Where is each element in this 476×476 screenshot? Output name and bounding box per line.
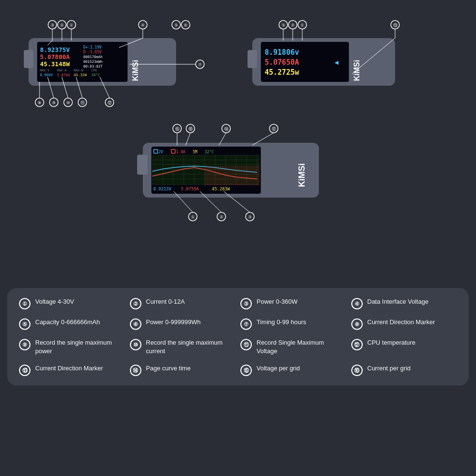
legend-num-6: ⑥ xyxy=(130,318,141,330)
svg-text:MAX-V: MAX-V xyxy=(40,69,50,72)
svg-point-96 xyxy=(279,20,288,29)
svg-text:②: ② xyxy=(291,23,295,28)
legend-text-1: Voltage 4-30V xyxy=(35,298,74,306)
svg-point-84 xyxy=(50,98,58,107)
legend-text-12: CPU temperature xyxy=(367,338,416,347)
svg-rect-33 xyxy=(171,149,175,153)
svg-line-86 xyxy=(48,77,54,98)
svg-text:②: ② xyxy=(60,23,64,28)
svg-line-126 xyxy=(200,191,221,212)
svg-text:⑮: ⑮ xyxy=(175,127,179,131)
svg-rect-37 xyxy=(152,155,259,185)
svg-rect-21 xyxy=(248,50,257,68)
svg-text:⑬: ⑬ xyxy=(393,23,397,28)
svg-text:D+:1.19V: D+:1.19V xyxy=(83,45,102,50)
svg-point-100 xyxy=(298,20,307,29)
svg-text:⑫: ⑫ xyxy=(108,100,112,105)
svg-point-78 xyxy=(196,60,204,69)
legend-item-10: ⑩ Record the single maximum current xyxy=(130,338,236,356)
svg-text:①: ① xyxy=(69,23,73,28)
legend-text-11: Record Single Maximum Voltage xyxy=(257,338,347,356)
legend-num-8: ⑧ xyxy=(351,318,363,330)
svg-text:④: ④ xyxy=(141,23,145,28)
svg-line-67 xyxy=(48,40,52,45)
svg-point-87 xyxy=(64,98,72,107)
legend-item-9: ⑨ Record the single maximum power xyxy=(19,338,125,356)
svg-text:⑭: ⑭ xyxy=(224,127,228,131)
svg-point-127 xyxy=(246,212,254,221)
legend-text-16: Current per grid xyxy=(367,364,411,373)
legend-item-15: ⑮ Voltage per grid xyxy=(240,364,347,376)
svg-text:CPU: CPU xyxy=(91,69,97,72)
svg-text:KiMSi: KiMSi xyxy=(297,163,307,187)
legend-text-14: Page curve time xyxy=(146,364,191,373)
svg-text:2V: 2V xyxy=(159,150,163,154)
svg-line-129 xyxy=(224,191,250,212)
svg-text:8.91806v: 8.91806v xyxy=(265,48,299,57)
svg-text:5M: 5M xyxy=(193,150,198,154)
legend-item-3: ③ Power 0-360W xyxy=(240,298,347,309)
svg-point-60 xyxy=(48,20,57,29)
svg-text:KiMSi: KiMSi xyxy=(131,60,139,81)
svg-text:8.92375V: 8.92375V xyxy=(40,46,70,53)
svg-point-105 xyxy=(391,20,399,29)
svg-rect-0 xyxy=(29,38,176,86)
legend-num-16: ⑯ xyxy=(351,365,363,376)
svg-text:⑪: ⑪ xyxy=(80,100,85,105)
legend-num-9: ⑨ xyxy=(19,339,30,350)
svg-text:⑤: ⑤ xyxy=(174,23,178,28)
svg-text:001523mWh: 001523mWh xyxy=(83,60,103,64)
svg-text:⑨: ⑨ xyxy=(52,100,56,105)
svg-text:45.283W: 45.283W xyxy=(212,187,230,191)
svg-point-90 xyxy=(78,98,87,107)
legend-text-5: Capacity 0-666666mAh xyxy=(35,318,100,327)
legend-item-2: ② Current 0-12A xyxy=(130,298,236,309)
svg-point-121 xyxy=(188,212,197,221)
devices-container: 8.92375V D+:1.19V D-:1.65V 000170mAh 001… xyxy=(0,0,476,281)
svg-text:00:03:02T: 00:03:02T xyxy=(83,64,103,69)
svg-line-89 xyxy=(62,77,68,98)
svg-rect-20 xyxy=(252,38,395,86)
svg-text:34°C: 34°C xyxy=(91,73,100,77)
svg-text:⑯: ⑯ xyxy=(188,127,193,131)
svg-point-62 xyxy=(58,20,66,29)
legend-item-4: ④ Data Interface Voltage xyxy=(351,298,457,309)
svg-line-123 xyxy=(174,191,193,212)
legend-text-10: Record the single maximum current xyxy=(146,338,236,356)
legend-item-5: ⑤ Capacity 0-666666mAh xyxy=(19,318,125,330)
svg-point-98 xyxy=(288,20,297,29)
legend-num-3: ③ xyxy=(240,298,252,309)
legend-num-7: ⑦ xyxy=(240,318,252,330)
svg-point-81 xyxy=(35,98,44,107)
legend-item-12: ⑫ CPU temperature xyxy=(351,338,457,356)
legend-item-14: ⑭ Page curve time xyxy=(130,364,236,376)
svg-rect-28 xyxy=(143,143,319,198)
svg-line-117 xyxy=(219,133,226,145)
svg-rect-29 xyxy=(137,155,148,175)
svg-point-76 xyxy=(181,20,190,29)
svg-text:③: ③ xyxy=(50,23,54,28)
svg-point-124 xyxy=(217,212,226,221)
svg-text:1.0A: 1.0A xyxy=(176,150,185,154)
svg-point-70 xyxy=(139,20,147,29)
svg-text:45.3148W: 45.3148W xyxy=(40,60,70,68)
legend-section: ① Voltage 4-30V ② Current 0-12A ③ Power … xyxy=(7,288,469,386)
svg-text:5.0759A: 5.0759A xyxy=(181,187,199,191)
svg-text:⑧: ⑧ xyxy=(38,100,41,105)
legend-text-9: Record the single maximum power xyxy=(35,338,125,356)
legend-text-2: Current 0-12A xyxy=(146,298,185,306)
svg-line-95 xyxy=(100,77,109,98)
svg-text:⑩: ⑩ xyxy=(66,100,70,105)
svg-line-108 xyxy=(352,38,395,74)
svg-text:①: ① xyxy=(191,215,195,219)
legend-text-15: Voltage per grid xyxy=(257,364,300,373)
svg-text:32°C: 32°C xyxy=(205,150,214,154)
svg-point-112 xyxy=(186,124,195,133)
svg-point-64 xyxy=(67,20,76,29)
legend-item-13: ⑬ Current Direction Marker xyxy=(19,364,125,376)
legend-num-4: ④ xyxy=(351,298,363,309)
legend-item-16: ⑯ Current per grid xyxy=(351,364,457,376)
legend-text-6: Power 0-999999Wh xyxy=(146,318,201,327)
svg-rect-2 xyxy=(37,42,128,82)
svg-text:45.2725w: 45.2725w xyxy=(265,68,299,77)
